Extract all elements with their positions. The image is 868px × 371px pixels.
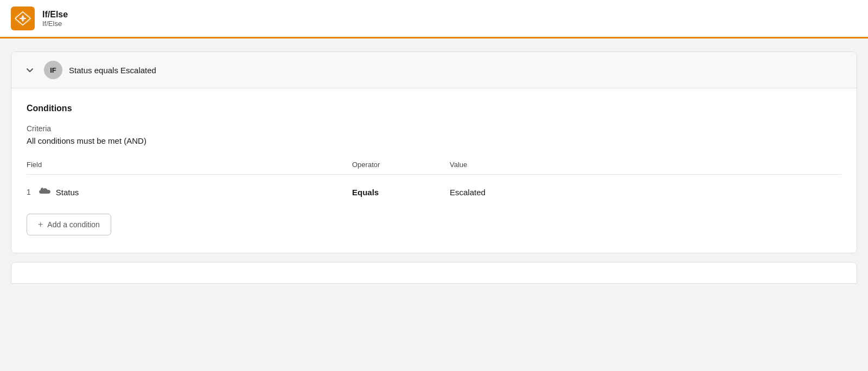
field-cell: 1 Status	[27, 187, 352, 197]
conditions-table: Field Operator Value 1 Status Equals	[27, 161, 841, 203]
card-header-text: Status equals Escalated	[69, 66, 156, 75]
conditions-title: Conditions	[27, 104, 841, 113]
header-subtitle: If/Else	[42, 20, 68, 28]
if-else-icon	[11, 7, 35, 30]
header-text-group: If/Else If/Else	[42, 10, 68, 28]
field-name: Status	[56, 188, 79, 197]
app-header: If/Else If/Else	[0, 0, 868, 39]
if-badge: IF	[44, 61, 62, 79]
col-value: Value	[450, 161, 841, 169]
bottom-partial-card	[11, 262, 857, 284]
salesforce-icon	[37, 187, 52, 197]
add-condition-button[interactable]: + Add a condition	[27, 214, 111, 235]
table-row: 1 Status Equals Escalated	[27, 181, 841, 203]
criteria-label: Criteria	[27, 124, 841, 133]
criteria-value: All conditions must be met (AND)	[27, 136, 841, 145]
table-header: Field Operator Value	[27, 161, 841, 175]
card-body: Conditions Criteria All conditions must …	[11, 88, 857, 253]
collapse-toggle[interactable]	[22, 62, 37, 78]
operator-cell: Equals	[352, 188, 450, 197]
card-header: IF Status equals Escalated	[11, 52, 857, 88]
row-number: 1	[27, 188, 31, 196]
add-condition-label: Add a condition	[47, 220, 100, 229]
col-field: Field	[27, 161, 352, 169]
if-else-card: IF Status equals Escalated Conditions Cr…	[11, 52, 857, 253]
main-content: IF Status equals Escalated Conditions Cr…	[0, 39, 868, 297]
col-operator: Operator	[352, 161, 450, 169]
header-title: If/Else	[42, 10, 68, 20]
plus-icon: +	[38, 220, 43, 229]
value-cell: Escalated	[450, 188, 841, 197]
